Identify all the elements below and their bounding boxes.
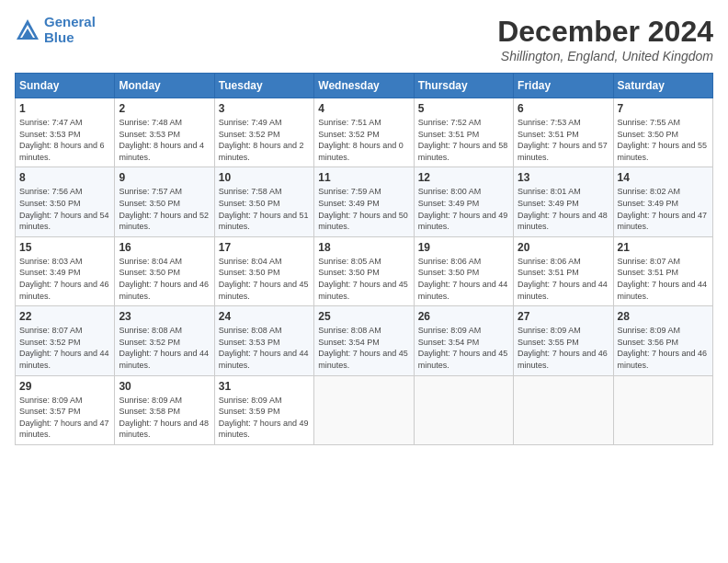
calendar-week-2: 8 Sunrise: 7:56 AMSunset: 3:50 PMDayligh…	[16, 167, 713, 236]
table-row: 19 Sunrise: 8:06 AMSunset: 3:50 PMDaylig…	[414, 236, 513, 305]
day-info: Sunrise: 8:09 AMSunset: 3:59 PMDaylight:…	[219, 395, 310, 441]
day-info: Sunrise: 8:06 AMSunset: 3:51 PMDaylight:…	[518, 256, 609, 302]
logo-icon	[15, 17, 40, 43]
day-info: Sunrise: 8:06 AMSunset: 3:50 PMDaylight:…	[418, 256, 509, 302]
day-number: 4	[318, 102, 409, 115]
table-row: 10 Sunrise: 7:58 AMSunset: 3:50 PMDaylig…	[214, 167, 313, 236]
day-info: Sunrise: 7:49 AMSunset: 3:52 PMDaylight:…	[219, 117, 310, 163]
logo-text: General Blue	[44, 15, 96, 45]
day-number: 5	[418, 102, 509, 115]
day-number: 10	[219, 171, 310, 184]
table-row	[314, 375, 414, 444]
day-number: 6	[518, 102, 609, 115]
table-row: 13 Sunrise: 8:01 AMSunset: 3:49 PMDaylig…	[514, 167, 613, 236]
header-saturday: Saturday	[613, 74, 712, 98]
day-number: 18	[318, 241, 409, 254]
day-number: 12	[418, 171, 509, 184]
day-number: 11	[318, 171, 409, 184]
day-info: Sunrise: 8:01 AMSunset: 3:49 PMDaylight:…	[518, 186, 609, 232]
table-row: 15 Sunrise: 8:03 AMSunset: 3:49 PMDaylig…	[16, 236, 115, 305]
table-row: 28 Sunrise: 8:09 AMSunset: 3:56 PMDaylig…	[613, 306, 712, 375]
table-row: 17 Sunrise: 8:04 AMSunset: 3:50 PMDaylig…	[214, 236, 313, 305]
table-row: 5 Sunrise: 7:52 AMSunset: 3:51 PMDayligh…	[414, 98, 513, 167]
calendar-week-3: 15 Sunrise: 8:03 AMSunset: 3:49 PMDaylig…	[16, 236, 713, 305]
day-info: Sunrise: 8:09 AMSunset: 3:57 PMDaylight:…	[19, 395, 110, 441]
day-number: 20	[518, 241, 609, 254]
table-row: 31 Sunrise: 8:09 AMSunset: 3:59 PMDaylig…	[214, 375, 313, 444]
header-thursday: Thursday	[414, 74, 513, 98]
day-number: 24	[219, 310, 310, 323]
day-number: 31	[219, 380, 310, 393]
day-number: 26	[418, 310, 509, 323]
table-row	[514, 375, 613, 444]
day-number: 17	[219, 241, 310, 254]
day-info: Sunrise: 8:07 AMSunset: 3:51 PMDaylight:…	[618, 256, 709, 302]
day-info: Sunrise: 7:56 AMSunset: 3:50 PMDaylight:…	[19, 186, 110, 232]
table-row: 20 Sunrise: 8:06 AMSunset: 3:51 PMDaylig…	[514, 236, 613, 305]
day-info: Sunrise: 8:04 AMSunset: 3:50 PMDaylight:…	[119, 256, 210, 302]
day-info: Sunrise: 8:09 AMSunset: 3:56 PMDaylight:…	[618, 325, 709, 371]
day-info: Sunrise: 8:07 AMSunset: 3:52 PMDaylight:…	[19, 325, 110, 371]
day-number: 3	[219, 102, 310, 115]
day-number: 30	[119, 380, 210, 393]
table-row: 18 Sunrise: 8:05 AMSunset: 3:50 PMDaylig…	[314, 236, 414, 305]
day-info: Sunrise: 8:08 AMSunset: 3:54 PMDaylight:…	[318, 325, 409, 371]
calendar-week-4: 22 Sunrise: 8:07 AMSunset: 3:52 PMDaylig…	[16, 306, 713, 375]
logo-line1: General	[44, 14, 96, 29]
header-monday: Monday	[115, 74, 214, 98]
table-row: 6 Sunrise: 7:53 AMSunset: 3:51 PMDayligh…	[514, 98, 613, 167]
day-info: Sunrise: 8:09 AMSunset: 3:58 PMDaylight:…	[119, 395, 210, 441]
table-row: 7 Sunrise: 7:55 AMSunset: 3:50 PMDayligh…	[613, 98, 712, 167]
title-area: December 2024 Shillington, England, Unit…	[497, 15, 713, 63]
calendar-week-5: 29 Sunrise: 8:09 AMSunset: 3:57 PMDaylig…	[16, 375, 713, 444]
day-info: Sunrise: 7:51 AMSunset: 3:52 PMDaylight:…	[318, 117, 409, 163]
day-number: 28	[618, 310, 709, 323]
day-number: 25	[318, 310, 409, 323]
table-row: 11 Sunrise: 7:59 AMSunset: 3:49 PMDaylig…	[314, 167, 414, 236]
table-row: 30 Sunrise: 8:09 AMSunset: 3:58 PMDaylig…	[115, 375, 214, 444]
page-container: General Blue December 2024 Shillington, …	[0, 0, 728, 563]
day-number: 16	[119, 241, 210, 254]
table-row: 29 Sunrise: 8:09 AMSunset: 3:57 PMDaylig…	[16, 375, 115, 444]
table-row: 4 Sunrise: 7:51 AMSunset: 3:52 PMDayligh…	[314, 98, 414, 167]
table-row: 2 Sunrise: 7:48 AMSunset: 3:53 PMDayligh…	[115, 98, 214, 167]
day-info: Sunrise: 8:09 AMSunset: 3:55 PMDaylight:…	[518, 325, 609, 371]
table-row: 27 Sunrise: 8:09 AMSunset: 3:55 PMDaylig…	[514, 306, 613, 375]
day-info: Sunrise: 7:52 AMSunset: 3:51 PMDaylight:…	[418, 117, 509, 163]
day-info: Sunrise: 7:55 AMSunset: 3:50 PMDaylight:…	[618, 117, 709, 163]
day-info: Sunrise: 7:48 AMSunset: 3:53 PMDaylight:…	[119, 117, 210, 163]
table-row: 1 Sunrise: 7:47 AMSunset: 3:53 PMDayligh…	[16, 98, 115, 167]
table-row: 14 Sunrise: 8:02 AMSunset: 3:49 PMDaylig…	[613, 167, 712, 236]
header-wednesday: Wednesday	[314, 74, 414, 98]
day-info: Sunrise: 8:00 AMSunset: 3:49 PMDaylight:…	[418, 186, 509, 232]
table-row: 24 Sunrise: 8:08 AMSunset: 3:53 PMDaylig…	[214, 306, 313, 375]
calendar-table: Sunday Monday Tuesday Wednesday Thursday…	[15, 73, 713, 445]
header-sunday: Sunday	[16, 74, 115, 98]
day-number: 22	[19, 310, 110, 323]
day-number: 8	[19, 171, 110, 184]
table-row	[613, 375, 712, 444]
table-row	[414, 375, 513, 444]
day-info: Sunrise: 7:58 AMSunset: 3:50 PMDaylight:…	[219, 186, 310, 232]
day-info: Sunrise: 7:59 AMSunset: 3:49 PMDaylight:…	[318, 186, 409, 232]
table-row: 21 Sunrise: 8:07 AMSunset: 3:51 PMDaylig…	[613, 236, 712, 305]
day-number: 9	[119, 171, 210, 184]
table-row: 22 Sunrise: 8:07 AMSunset: 3:52 PMDaylig…	[16, 306, 115, 375]
logo: General Blue	[15, 15, 96, 45]
day-number: 21	[618, 241, 709, 254]
day-number: 27	[518, 310, 609, 323]
logo-line2: Blue	[44, 29, 74, 45]
header-tuesday: Tuesday	[214, 74, 313, 98]
calendar-header-row: Sunday Monday Tuesday Wednesday Thursday…	[16, 74, 713, 98]
day-number: 2	[119, 102, 210, 115]
table-row: 16 Sunrise: 8:04 AMSunset: 3:50 PMDaylig…	[115, 236, 214, 305]
header-friday: Friday	[514, 74, 613, 98]
day-info: Sunrise: 7:53 AMSunset: 3:51 PMDaylight:…	[518, 117, 609, 163]
month-title: December 2024	[497, 15, 713, 49]
day-info: Sunrise: 7:57 AMSunset: 3:50 PMDaylight:…	[119, 186, 210, 232]
day-info: Sunrise: 7:47 AMSunset: 3:53 PMDaylight:…	[19, 117, 110, 163]
day-number: 7	[618, 102, 709, 115]
day-number: 1	[19, 102, 110, 115]
day-info: Sunrise: 8:02 AMSunset: 3:49 PMDaylight:…	[618, 186, 709, 232]
day-info: Sunrise: 8:08 AMSunset: 3:52 PMDaylight:…	[119, 325, 210, 371]
